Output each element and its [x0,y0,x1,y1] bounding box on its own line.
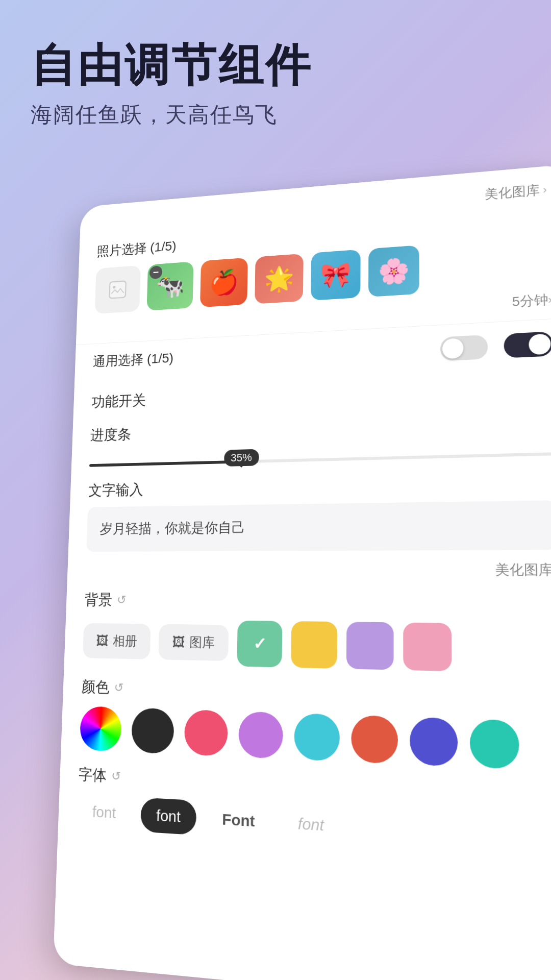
color-pink[interactable] [184,709,229,756]
bg-section-header: 背景 ↺ [84,590,551,615]
font-reset-icon[interactable]: ↺ [111,769,121,783]
photo-thumb-2[interactable]: 🍎 [200,258,248,308]
thumb-figure-2: 🍎 [200,258,248,308]
text-input-box[interactable]: 岁月轻描，你就是你自己 [86,500,551,552]
phone-card: 美化图库 › 照片选择 (1/5) − 🐄 🍎 🌟 🎀 [53,164,551,980]
font-option-3[interactable]: Font [206,801,271,840]
background-section: 背景 ↺ 🖼 相册 🖼 图库 ✓ [83,590,551,674]
photo-thumb-1[interactable]: − 🐄 [146,261,193,310]
font-section: 字体 ↺ font font Font font [77,764,551,858]
gallery-icon: 🖼 [172,634,185,650]
gallery-button[interactable]: 🖼 图库 [158,624,229,661]
progress-track[interactable]: 35% [89,452,551,467]
generic-section: 通用选择 (1/5) [92,329,551,379]
progress-label: 进度条 [90,410,551,445]
font-label: 字体 [78,764,107,787]
color-teal[interactable] [470,719,520,769]
progress-section: 进度条 35% [89,410,551,467]
swatch-purple[interactable] [346,622,394,670]
chevron-right-icon: › [548,293,551,306]
generic-title: 通用选择 (1/5) [93,349,174,371]
progress-thumb: 35% [224,449,259,467]
color-orange[interactable] [351,715,398,764]
photo-thumb-4[interactable]: 🎀 [311,250,361,301]
feature-toggle-label: 功能开关 [91,373,551,412]
text-input-label: 文字输入 [88,471,551,501]
beauty-link-2[interactable]: 美化图库 › [85,560,551,579]
swatch-green[interactable]: ✓ [237,620,282,667]
color-reset-icon[interactable]: ↺ [114,681,123,695]
hero-section: 自由调节组件 海阔任鱼跃，天高任鸟飞 [31,41,520,129]
color-section: 颜色 ↺ [80,677,551,771]
thumb-figure-3: 🌟 [255,254,304,304]
color-cyan[interactable] [294,713,340,762]
reset-icon[interactable]: ↺ [117,593,127,607]
font-option-2[interactable]: font [140,797,197,835]
toggle-knob-off [442,338,464,359]
toggle-off[interactable] [440,335,488,361]
check-mark: ✓ [253,634,266,654]
text-input-section: 文字输入 岁月轻描，你就是你自己 [86,471,551,552]
svg-rect-0 [109,281,126,298]
toggle-row [440,331,551,361]
hero-title: 自由调节组件 [31,41,520,90]
color-wheel[interactable] [80,706,122,752]
album-icon: 🖼 [96,633,109,649]
toggle-knob-on [529,333,551,355]
color-black[interactable] [131,707,174,754]
thumb-figure-5: 🌸 [368,245,419,297]
color-section-header: 颜色 ↺ [81,677,551,712]
color-options [80,706,551,771]
font-option-1[interactable]: font [77,794,132,831]
swatch-pink[interactable] [403,622,452,671]
color-label: 颜色 [81,677,110,698]
photo-thumb-5[interactable]: 🌸 [368,245,419,297]
progress-fill [89,460,241,467]
swatch-yellow[interactable] [291,621,337,669]
chevron-right-icon: › [543,183,547,197]
hero-subtitle: 海阔任鱼跃，天高任鸟飞 [31,101,520,129]
color-indigo[interactable] [410,717,458,766]
bg-options: 🖼 相册 🖼 图库 ✓ [83,619,551,674]
font-option-4[interactable]: font [281,805,341,844]
photo-add-button[interactable] [95,265,141,314]
thumb-figure-4: 🎀 [311,250,361,301]
toggle-on[interactable] [504,331,551,358]
bg-label: 背景 [84,590,112,610]
album-button[interactable]: 🖼 相册 [83,623,151,659]
color-purple[interactable] [238,711,283,758]
photo-thumb-3[interactable]: 🌟 [255,254,304,304]
